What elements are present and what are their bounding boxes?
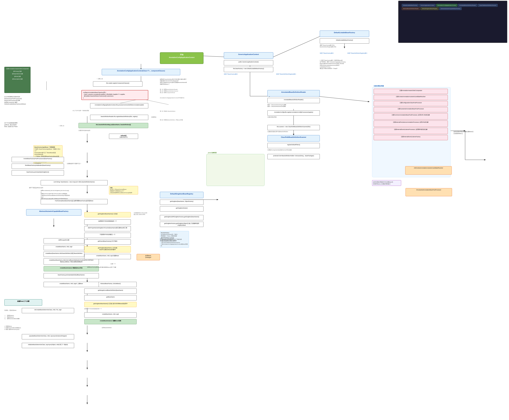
register-autowired-annotation-bpp: 注册AutowiredAnnotationBeanPostProcessor	[374, 107, 448, 112]
scan-package-method-note: AnnotationConfigApplicationContext中扫描方法	[160, 97, 189, 99]
merge-note: 合并BeanDefinition	[102, 327, 131, 329]
create-bean-full-method: createBean(beanName,mbd,beanDefinition) …	[44, 252, 84, 257]
svg-line-7	[317, 96, 369, 102]
configure-annotation-class-box: configureAnnotationBeanClass(xxx类) { Cla…	[81, 90, 148, 100]
annotated-bdr-note: 接受一个BeanDefinitionRegistry参数 接受一个BeanDef…	[267, 104, 296, 107]
screenshot-preview: DefaultListableBeanFactory GenericApplic…	[398, 1, 507, 43]
bean-list-name-note: 如果BeanBean的list的名字 是从这个BeanNameBean回来的	[160, 238, 189, 241]
post-processors-container: 注册后置处理器 注册AnnotationAwareOrderComparator…	[372, 87, 451, 177]
register-post-processor-note: 注册后置处理器	[267, 116, 277, 118]
bean-already-note: 注意看那些BeanBean已经建立关系, 的Bean等等	[134, 212, 157, 215]
lazy-annotation: 注册AnnotationAwareOrderComparator	[6, 68, 29, 70]
pre-instantiate-singletons: beanFactory.preInstantiateSingletons()	[12, 170, 64, 175]
get-bean-name-method: getBeanName	[84, 295, 137, 300]
annotated-bdr-constructor: AnnotatedBeanDefinitionReader()	[267, 98, 320, 103]
get-singleton-bean-name-2: getSingletonBeanName: (已完成)bean中注册在Bean的…	[84, 246, 131, 253]
svg-line-0	[204, 56, 227, 57]
implements-bf-right: 实现了BeanFactory接口	[320, 52, 343, 54]
prototype-note-box: 处理Bean"prototype"	[137, 254, 160, 260]
register-component-classes-method: this.reader.registerComponentClasses()	[93, 81, 143, 87]
init-bean-def-note: 第二步: 初始化 BeanDefinition	[160, 110, 189, 112]
refresh-method: refresh() 注册完毕的方式	[109, 134, 138, 139]
do-create-bean-determine: doCreateBeanDetermineClass, mkd, TiIs, a…	[22, 308, 74, 313]
get-singleton-mutex: getSingletonMutex()	[160, 206, 204, 211]
register-one-note: 注册一个	[110, 263, 116, 265]
register-configuration-class-post-processor: 注册ConfigurationClassPostProcessor	[374, 101, 448, 106]
javax-annotations-label: javax注解容器	[208, 152, 217, 154]
default-listable-bean-factory-box: DefaultListableBeanFactory	[320, 30, 369, 37]
ami-context-annotation-resolver: AMiContextAnnotationAutowireCandidateRes…	[405, 166, 452, 175]
create-bean-center-2: createBeanName, mkd, arg0	[84, 312, 137, 318]
cache-return: 如果缓存中存在则直接返回一个	[84, 219, 131, 225]
pre-instantiate-note: 注册数据库不需要可见？	[67, 163, 81, 165]
get-single-bean-name: getSingletonBeanNames() 已完成	[84, 212, 131, 217]
cache-exists-note: 如果缓存中存在则直接返回则一个	[84, 308, 113, 310]
register-components-note: → 注册上去	[58, 125, 77, 127]
register-complete-note: 注册完毕后发布这些	[78, 130, 90, 131]
javax-annotations-container: javax注解容器	[206, 154, 265, 186]
start-box: 开始 AnnotationConfigApplicationContext	[160, 52, 204, 64]
implements-bean-def-registry-note: 实现了BeanDefinitionRegistry接口	[276, 73, 296, 75]
post-processor-bean-note: 这些后置处理器为何能注册Bean文文实现对Bean上	[454, 131, 483, 134]
default-listable-bf-constructor: DefaultListableBeanFactory()	[320, 38, 369, 44]
initialize-bean-method: initializeBeanDetermineClass, sayAsync(O…	[22, 343, 74, 348]
create-bean-method: createBeanName, mkd, arg0	[44, 245, 84, 250]
annotated-bean-def-reader-box: AnnotatedBeanDefinitionReader	[267, 90, 320, 97]
diagram-container: DefaultListableBeanFactory GenericApplic…	[0, 0, 509, 420]
finish-bean-factory-init: finishBeanFactoryInitialization(beanFact…	[12, 164, 64, 169]
register-common-annotation-bpp: 注册CommonAnnotationBeanPostProcessor, 处理J…	[374, 113, 448, 120]
post-processors-label: 注册后置处理器	[374, 85, 384, 87]
dlbf-long-note: 2. 实现了BeanFactory接口, 负责所有Bean的 生产和管理。继承了…	[320, 60, 349, 69]
primary-annotation: @Primary注解	[6, 71, 29, 72]
register-order-comparator: 注册AnnotationAwareOrderComparator	[374, 89, 448, 94]
annotation-config-utils-register: AnnotationConfigUtils.registerAnnotation…	[267, 110, 320, 116]
register-event-listener-processor: 注册InternalEventListenerProcessor, 处理事件相关…	[374, 128, 448, 134]
this-bean-factory-new: this.beanFactory = new DefaultListableBe…	[224, 67, 273, 72]
implements-bean-factory-note: 实现了BeanFactory接口	[224, 73, 238, 75]
get-parent-bean-factory: getParentBeanFactory() 无子级别	[84, 240, 131, 245]
create-bean-prototype: createBeanName, mkd, args0 上面Bean	[44, 282, 99, 287]
register-component-classes-note: → 注册上去	[96, 78, 103, 80]
bean-3-steps-detail: 一、 实例化(bean) 二、 初始化(bean) 三、 使用Autowired…	[4, 315, 22, 320]
autowired-annotation-bpp-detail: iHAutowiredAnnotationBeanPostProcessor	[405, 188, 452, 196]
annotation-config-right-note: 如果这些 beanDefinition到之中的注册之注解 这两个 先被注册了Be…	[160, 78, 189, 85]
is-factory-bean-check: if (isFactoryBean(beanName)){} 如果判断BeanF…	[41, 199, 107, 204]
default-singleton-bean-registry-box: DefaultSingletonBeanRegistry	[160, 192, 204, 198]
register-default-filters: registerDefaultFilters()	[267, 143, 320, 148]
register-event-listener-factory: 注册InternalEventListenerFactory	[374, 135, 448, 140]
register-persistence-annotation-processor: 注册InternalPersistenceAnnotationProcessor…	[374, 120, 448, 127]
bean-def-map-put: this.beanDefinitionMap.put(beanName, bea…	[78, 123, 148, 128]
do-scan-method: protected Set<BeanDefinitionHolder> doSc…	[267, 154, 320, 159]
base-method-note: 这个方法是基础的调用getBean, 取出对应的Bean, 如进行生产bean	[4, 122, 33, 128]
annotations-list-box: 注册AnnotationAwareOrderComparator @Primar…	[4, 67, 30, 93]
populate-bean-method: populateBeanDetermineClass, mkd, sayAsyn…	[22, 334, 74, 339]
get-singleton-2: getSingleton(MRSingletonFactory.getSingl…	[160, 215, 204, 220]
loop-description: 如果bd.isAbstract() && bd.isSingleton() &&…	[41, 190, 70, 199]
component-filter-note: 注册@Component以及@Service等过滤器	[267, 149, 292, 151]
classpath-bean-def-scanner-box: ClassPathBeanDefinitionScanner	[267, 135, 320, 142]
generic-app-context-box: GenericApplicationContext	[224, 52, 273, 59]
init-bean-def-step3-note: 第三步: 初期化BeanDefinition, 开始scan扫描	[160, 119, 189, 121]
get-singleton-bean-name-method: getSingletonBeanName() 已完成 进行对对单Bean的处理中	[84, 302, 137, 307]
dependson-annotation: @DependsOn注解	[6, 73, 29, 75]
abstract-autowire-capable-bf-box: AbstractAutowireCapableBeanFactory	[26, 209, 81, 216]
implements-bdr-right: 实现了BeanDefinitionRegistry接口	[347, 52, 373, 54]
post-processors-result-note: 这些后置处理器的代为注册Bean文 实现对Bean上注册处理的能力	[372, 180, 401, 186]
generic-app-context-constructor: public GenericApplicationContext()	[224, 60, 273, 65]
register-class-name-note: 注册类名	[151, 116, 156, 118]
instantiation-note: 实例化 - 初始化Bean	[4, 309, 16, 311]
factory-bean-note: 注意: 这注意一些:BeanFactory的bean 则基础不引用原始Bean工…	[109, 186, 138, 195]
role-annotation: @Role注解	[6, 76, 29, 77]
register-context-annotation-resolver: 注册ContextAnnotationAutowireCandidateReso…	[374, 95, 448, 100]
scan-package-note: 注册的扫描包/类中的BeanDefinition	[267, 131, 288, 133]
not-cache-build: 不是缓存中存在则建立一个	[84, 233, 131, 238]
bean-names-list: List<String> beanNames = new ArrayList<>…	[41, 180, 107, 185]
scope-di-register: 处理Scope/DI注册	[44, 238, 84, 243]
invoke-bean-factory-post-processors: invokeBeanFactoryPostProcessors(beanFact…	[12, 157, 64, 162]
loop-getbean-note: 循环下面是getBean这些	[29, 187, 43, 189]
annotations-note: 定义代码调用以实现对应的BeanFactoryPostProcessor或Bea…	[4, 96, 33, 105]
annotation-call-note: 第一步: 调用BeanDefinitionReader 第二步: 调用BeanD…	[160, 89, 189, 94]
get-singleton-object: getSingletonFactory.getSingletonObject()…	[160, 222, 204, 227]
scanner-new: this.scanner = new ClassPathBeanDefiniti…	[267, 125, 320, 130]
register-processor-note: 向上下文中注册一个新的处理器	[73, 110, 96, 112]
